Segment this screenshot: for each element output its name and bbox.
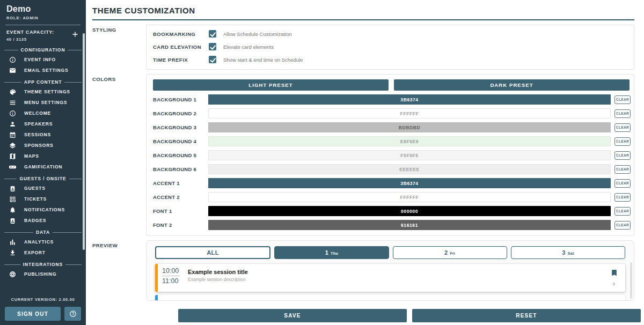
sidebar-item-label: SESSIONS — [24, 132, 51, 137]
sidebar-item-speakers[interactable]: SPEAKERS — [0, 119, 86, 129]
sidebar-item-sponsors[interactable]: SPONSORS — [0, 140, 86, 151]
header-line — [69, 179, 82, 179]
clear-button-accent-2[interactable]: CLEAR — [614, 193, 631, 202]
time-divider — [162, 276, 180, 276]
checkbox-bookmarking[interactable] — [209, 30, 216, 38]
sidebar-item-event-info[interactable]: EVENT INFO — [0, 54, 86, 65]
preview-scrollbar[interactable] — [630, 262, 632, 299]
color-row-label: BACKGROUND 4 — [153, 138, 208, 144]
clear-button-background-2[interactable]: CLEAR — [614, 109, 631, 118]
preview-tab-all[interactable]: ALL — [155, 246, 270, 259]
colors-card: LIGHT PRESETDARK PRESET BACKGROUND 13B63… — [146, 74, 634, 236]
next-session-card-partial — [155, 295, 625, 301]
preset-buttons: LIGHT PRESETDARK PRESET — [153, 79, 631, 91]
sidebar-item-gamification[interactable]: GAMIFICATION — [0, 161, 86, 172]
color-swatch-background-5[interactable]: F5F5F5 — [208, 150, 611, 160]
preview-tab-1-thu[interactable]: 1Thu — [274, 246, 389, 259]
section-header-integrations: INTEGRATIONS — [4, 262, 82, 267]
sidebar-item-badges[interactable]: BADGES — [0, 215, 86, 226]
sidebar-nav: CONFIGURATIONEVENT INFOEMAIL SETTINGSAPP… — [0, 43, 86, 293]
color-row-background-6: BACKGROUND 6EEEEEECLEAR — [153, 164, 631, 174]
tab-label: 3 — [562, 249, 566, 256]
checkbox-time-prefix[interactable] — [209, 56, 216, 63]
section-header-label: APP CONTENT — [24, 79, 62, 85]
sidebar-scrollbar[interactable] — [83, 33, 85, 250]
clear-button-accent-1[interactable]: CLEAR — [614, 179, 631, 188]
styling-section: STYLING BOOKMARKINGAllow Schedule Custom… — [92, 25, 634, 70]
session-times: 10:00 11:00 — [158, 264, 182, 292]
sidebar-item-publishing[interactable]: PUBLISHING — [0, 269, 86, 279]
preview-day-tabs: ALL1Thu2Fri3Sat — [155, 246, 625, 259]
color-row-accent-2: ACCENT 2FFFFFFCLEAR — [153, 192, 631, 202]
sidebar-item-guests[interactable]: GUESTS — [0, 183, 86, 194]
sidebar-item-export[interactable]: EXPORT — [0, 247, 86, 258]
sidebar-item-notifications[interactable]: NOTIFICATIONS — [0, 204, 86, 215]
sidebar-item-analytics[interactable]: ANALYTICS — [0, 237, 86, 247]
section-header-label: GUESTS / ONSITE — [19, 176, 66, 181]
header-line — [4, 264, 20, 265]
palette-icon — [9, 88, 16, 95]
help-icon[interactable] — [64, 307, 81, 321]
preview-tab-2-fri[interactable]: 2Fri — [393, 246, 507, 259]
color-swatch-background-1[interactable]: 3B6374 — [208, 94, 611, 105]
bookmark-icon[interactable] — [610, 270, 618, 279]
sidebar-item-tickets[interactable]: TICKETS — [0, 194, 86, 204]
clear-button-background-6[interactable]: CLEAR — [614, 165, 631, 174]
clear-button-background-5[interactable]: CLEAR — [614, 151, 631, 160]
color-row-background-2: BACKGROUND 2FFFFFFCLEAR — [153, 108, 631, 119]
badge-icon — [9, 185, 16, 192]
clear-button-font-1[interactable]: CLEAR — [614, 207, 631, 216]
section-header-configuration: CONFIGURATION — [4, 47, 82, 53]
gamepad-icon — [9, 164, 16, 171]
sidebar-item-label: TICKETS — [24, 196, 47, 202]
sidebar-item-label: EXPORT — [24, 250, 46, 255]
sidebar-item-sessions[interactable]: SESSIONS — [0, 129, 86, 140]
color-swatch-font-1[interactable]: 000000 — [208, 206, 611, 216]
menu-icon — [9, 99, 16, 106]
session-color-bar — [155, 295, 158, 301]
color-row-label: BACKGROUND 3 — [153, 124, 208, 130]
sidebar: Demo ROLE: ADMIN EVENT CAPACITY: 40 / 31… — [0, 0, 86, 325]
sidebar-item-menu-settings[interactable]: MENU SETTINGS — [0, 97, 86, 108]
clear-button-font-2[interactable]: CLEAR — [614, 221, 631, 230]
tab-day-label: Sat — [568, 252, 574, 255]
badge-icon — [9, 217, 16, 224]
checkbox-card-elevation[interactable] — [209, 43, 216, 50]
color-swatch-background-6[interactable]: EEEEEE — [208, 164, 611, 174]
bookmark-block: 0 — [603, 264, 625, 292]
color-row-font-2: FONT 2616161CLEAR — [153, 220, 631, 230]
tab-label: ALL — [207, 249, 219, 256]
color-swatch-background-4[interactable]: E8F5E9 — [208, 136, 611, 146]
color-row-label: ACCENT 1 — [153, 180, 208, 186]
clear-button-background-1[interactable]: CLEAR — [614, 95, 631, 104]
dark-preset-button[interactable]: DARK PRESET — [394, 79, 630, 91]
sidebar-item-maps[interactable]: MAPS — [0, 151, 86, 161]
sidebar-item-label: NOTIFICATIONS — [24, 207, 65, 212]
clear-button-background-4[interactable]: CLEAR — [614, 137, 631, 146]
session-description: Example session description — [188, 277, 603, 282]
header-line — [53, 232, 82, 233]
sidebar-item-welcome[interactable]: WELCOME — [0, 108, 86, 119]
color-swatch-accent-2[interactable]: FFFFFF — [208, 192, 611, 202]
color-row-label: BACKGROUND 2 — [153, 110, 208, 116]
light-preset-button[interactable]: LIGHT PRESET — [153, 79, 389, 91]
plus-icon[interactable] — [71, 30, 80, 40]
color-swatch-accent-1[interactable]: 3B6374 — [208, 178, 611, 188]
color-swatch-background-3[interactable]: BDBDBD — [208, 122, 611, 132]
colors-section-label: COLORS — [92, 74, 146, 236]
sign-out-button[interactable]: SIGN OUT — [5, 307, 61, 321]
color-row-label: FONT 1 — [153, 208, 208, 214]
session-title: Example session title — [188, 269, 603, 275]
clear-button-background-3[interactable]: CLEAR — [614, 123, 631, 132]
sidebar-item-theme-settings[interactable]: THEME SETTINGS — [0, 86, 86, 97]
session-card[interactable]: 10:00 11:00 Example session title Exampl… — [155, 264, 625, 292]
sidebar-item-email-settings[interactable]: EMAIL SETTINGS — [0, 65, 86, 76]
save-button[interactable]: SAVE — [178, 309, 407, 322]
preview-tab-3-sat[interactable]: 3Sat — [511, 246, 625, 259]
color-swatch-background-2[interactable]: FFFFFF — [208, 108, 611, 119]
section-header-label: CONFIGURATION — [21, 47, 65, 53]
sidebar-item-label: WELCOME — [24, 110, 51, 116]
sidebar-item-label: BADGES — [24, 218, 46, 223]
color-swatch-font-2[interactable]: 616161 — [208, 220, 611, 230]
reset-button[interactable]: RESET — [412, 309, 641, 322]
